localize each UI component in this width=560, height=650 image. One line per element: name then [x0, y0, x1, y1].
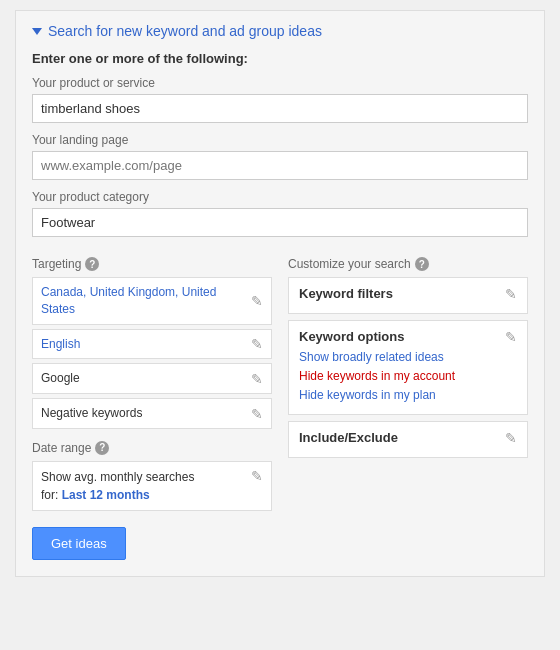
targeting-network-text: Google — [41, 370, 80, 387]
targeting-language-text: English — [41, 336, 80, 353]
keyword-filters-box: Keyword filters ✎ — [288, 277, 528, 314]
customize-col: Customize your search ? Keyword filters … — [288, 257, 528, 511]
edit-language-icon[interactable]: ✎ — [251, 336, 263, 352]
get-ideas-button[interactable]: Get ideas — [32, 527, 126, 560]
collapse-icon[interactable] — [32, 28, 42, 35]
edit-negative-icon[interactable]: ✎ — [251, 406, 263, 422]
customize-help-icon[interactable]: ? — [415, 257, 429, 271]
date-range-help-icon[interactable]: ? — [95, 441, 109, 455]
edit-date-icon[interactable]: ✎ — [251, 468, 263, 484]
targeting-item-language[interactable]: English ✎ — [32, 329, 272, 360]
targeting-negative-text: Negative keywords — [41, 405, 142, 422]
panel-header: Search for new keyword and ad group idea… — [32, 23, 528, 39]
customize-label: Customize your search ? — [288, 257, 528, 271]
targeting-col: Targeting ? Canada, United Kingdom, Unit… — [32, 257, 272, 511]
targeting-item-network[interactable]: Google ✎ — [32, 363, 272, 394]
targeting-countries-text: Canada, United Kingdom, United States — [41, 284, 251, 318]
keyword-options-content: Keyword options Show broadly related ide… — [299, 329, 455, 406]
keyword-options-title: Keyword options — [299, 329, 455, 344]
show-broadly-link[interactable]: Show broadly related ideas — [299, 348, 455, 367]
edit-include-exclude-icon[interactable]: ✎ — [505, 430, 517, 446]
instruction-label: Enter one or more of the following: — [32, 51, 528, 66]
landing-label: Your landing page — [32, 133, 528, 147]
edit-keyword-filters-icon[interactable]: ✎ — [505, 286, 517, 302]
date-range-label: Date range ? — [32, 441, 272, 455]
date-range-box[interactable]: Show avg. monthly searches for: Last 12 … — [32, 461, 272, 511]
panel-title[interactable]: Search for new keyword and ad group idea… — [48, 23, 322, 39]
edit-network-icon[interactable]: ✎ — [251, 371, 263, 387]
keyword-options-box: Keyword options Show broadly related ide… — [288, 320, 528, 415]
category-input[interactable] — [32, 208, 528, 237]
keyword-filters-title: Keyword filters — [299, 286, 393, 301]
hide-plan-link[interactable]: Hide keywords in my plan — [299, 386, 455, 405]
edit-keyword-options-icon[interactable]: ✎ — [505, 329, 517, 345]
targeting-label: Targeting ? — [32, 257, 272, 271]
targeting-item-countries[interactable]: Canada, United Kingdom, United States ✎ — [32, 277, 272, 325]
targeting-item-negative-keywords[interactable]: Negative keywords ✎ — [32, 398, 272, 429]
date-range-line2: for: Last 12 months — [41, 488, 150, 502]
main-panel: Search for new keyword and ad group idea… — [15, 10, 545, 577]
product-input[interactable] — [32, 94, 528, 123]
two-col-section: Targeting ? Canada, United Kingdom, Unit… — [32, 257, 528, 511]
category-label: Your product category — [32, 190, 528, 204]
landing-input[interactable] — [32, 151, 528, 180]
product-label: Your product or service — [32, 76, 528, 90]
date-range-text: Show avg. monthly searches for: Last 12 … — [41, 468, 194, 504]
targeting-help-icon[interactable]: ? — [85, 257, 99, 271]
include-exclude-title: Include/Exclude — [299, 430, 398, 445]
include-exclude-box: Include/Exclude ✎ — [288, 421, 528, 458]
hide-account-link[interactable]: Hide keywords in my account — [299, 367, 455, 386]
edit-countries-icon[interactable]: ✎ — [251, 293, 263, 309]
